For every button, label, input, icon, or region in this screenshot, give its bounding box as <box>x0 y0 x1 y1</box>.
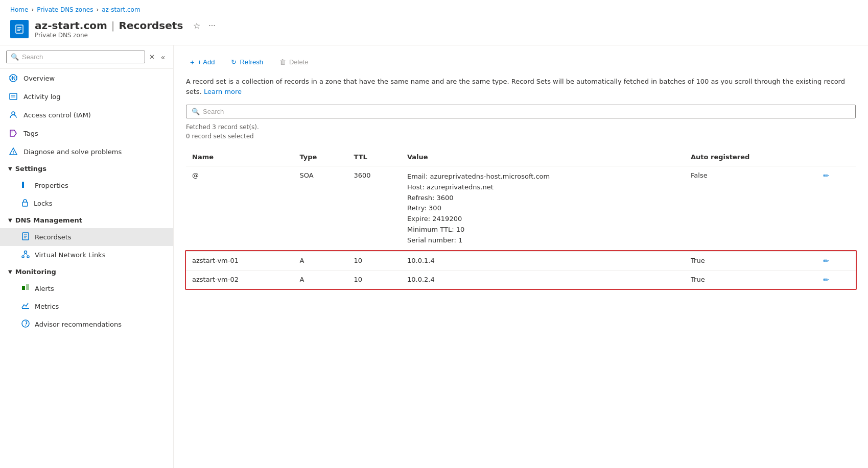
row-auto-registered: True <box>685 251 815 270</box>
sidebar-search-input[interactable] <box>22 53 140 61</box>
col-header-type: Type <box>293 148 347 166</box>
col-header-value: Value <box>401 148 685 166</box>
sidebar-item-diagnose[interactable]: Diagnose and solve problems <box>0 142 173 161</box>
row-auto-registered: False <box>685 166 815 252</box>
svg-line-25 <box>23 254 26 256</box>
access-control-icon <box>8 110 18 120</box>
sidebar-collapse-button[interactable]: « <box>159 52 167 62</box>
edit-icon[interactable]: ✏ <box>821 256 831 266</box>
row-value: 10.0.2.4 <box>401 270 685 289</box>
svg-line-26 <box>26 254 28 256</box>
alerts-icon <box>21 284 30 293</box>
col-header-ttl: TTL <box>347 148 401 166</box>
sidebar-item-locks[interactable]: Locks <box>0 194 173 212</box>
settings-section[interactable]: ▼ Settings <box>0 161 173 177</box>
breadcrumb-private-dns[interactable]: Private DNS zones <box>37 6 93 13</box>
row-value: 10.0.1.4 <box>401 251 685 270</box>
learn-more-link[interactable]: Learn more <box>204 88 242 95</box>
monitoring-section[interactable]: ▼ Monitoring <box>0 264 173 280</box>
sidebar-item-overview[interactable]: DNS Overview <box>0 69 173 87</box>
table-search-input[interactable] <box>203 108 850 115</box>
sidebar-item-recordsets[interactable]: Recordsets <box>0 228 173 246</box>
search-icon: 🔍 <box>11 53 19 61</box>
row-name: azstart-vm-01 <box>186 251 293 270</box>
tags-icon <box>8 128 18 138</box>
refresh-icon: ↻ <box>231 58 237 66</box>
recordsets-icon <box>21 232 30 242</box>
svg-point-30 <box>22 320 29 327</box>
row-ttl: 3600 <box>347 166 401 252</box>
row-value: Email: azureprivatedns-host.microsoft.co… <box>401 166 685 252</box>
table-search-bar: 🔍 <box>186 105 856 118</box>
monitoring-section-label: Monitoring <box>15 268 56 276</box>
edit-icon[interactable]: ✏ <box>821 170 831 181</box>
sidebar-label-activity-log: Activity log <box>24 93 61 101</box>
edit-icon[interactable]: ✏ <box>821 275 831 285</box>
delete-button[interactable]: 🗑 Delete <box>275 56 313 68</box>
sidebar-label-diagnose: Diagnose and solve problems <box>24 148 122 156</box>
page-subtitle: Private DNS zone <box>35 32 218 39</box>
col-header-name: Name <box>186 148 293 166</box>
sidebar-label-overview: Overview <box>24 75 55 82</box>
row-ttl: 10 <box>347 270 401 289</box>
svg-rect-28 <box>26 284 29 290</box>
breadcrumb-home[interactable]: Home <box>10 6 28 13</box>
table-row: azstart-vm-02 A 10 10.0.2.4 True ✏ <box>186 270 856 289</box>
svg-point-9 <box>12 112 15 115</box>
sidebar-label-recordsets: Recordsets <box>35 233 72 241</box>
svg-rect-27 <box>22 286 25 290</box>
sidebar-item-advisor[interactable]: Advisor recommendations <box>0 315 173 333</box>
sidebar-item-tags[interactable]: Tags <box>0 124 173 142</box>
table-search-icon: 🔍 <box>192 108 200 115</box>
diagnose-icon <box>8 146 18 157</box>
advisor-icon <box>21 319 30 329</box>
page-icon <box>10 20 29 38</box>
sidebar-label-virtual-network-links: Virtual Network Links <box>35 251 105 259</box>
dns-section-label: DNS Management <box>15 216 82 224</box>
svg-rect-29 <box>22 308 29 309</box>
activity-log-icon <box>8 91 18 102</box>
content-area: + + Add ↻ Refresh 🗑 Delete A record set … <box>174 45 868 468</box>
breadcrumb-current[interactable]: az-start.com <box>102 6 140 13</box>
more-options-button[interactable]: ··· <box>206 20 217 31</box>
row-edit[interactable]: ✏ <box>815 270 856 289</box>
row-edit[interactable]: ✏ <box>815 166 856 252</box>
sidebar-label-locks: Locks <box>34 200 52 207</box>
sidebar-item-properties[interactable]: Properties <box>0 177 173 194</box>
sidebar-item-metrics[interactable]: Metrics <box>0 298 173 315</box>
row-ttl: 10 <box>347 251 401 270</box>
sidebar-item-activity-log[interactable]: Activity log <box>0 87 173 106</box>
svg-point-11 <box>12 132 13 133</box>
refresh-button[interactable]: ↻ Refresh <box>227 56 267 68</box>
row-edit[interactable]: ✏ <box>815 251 856 270</box>
sidebar-label-access-control: Access control (IAM) <box>24 111 91 119</box>
properties-icon <box>21 181 30 190</box>
svg-point-31 <box>25 325 26 326</box>
col-header-auto-registered: Auto registered <box>685 148 815 166</box>
dns-management-section[interactable]: ▼ DNS Management <box>0 212 173 228</box>
sidebar-label-metrics: Metrics <box>35 303 59 310</box>
overview-icon: DNS <box>8 73 18 83</box>
breadcrumb: Home › Private DNS zones › az-start.com <box>0 0 868 15</box>
row-name: azstart-vm-02 <box>186 270 293 289</box>
favorite-button[interactable]: ☆ <box>191 20 202 32</box>
sidebar-item-virtual-network-links[interactable]: Virtual Network Links <box>0 246 173 264</box>
dns-chevron: ▼ <box>8 217 12 223</box>
monitoring-chevron: ▼ <box>8 269 12 275</box>
sidebar-item-alerts[interactable]: Alerts <box>0 280 173 298</box>
sidebar-item-access-control[interactable]: Access control (IAM) <box>0 106 173 124</box>
page-title: az-start.com | Recordsets ☆ ··· <box>35 19 218 32</box>
row-type: SOA <box>293 166 347 252</box>
page-header: az-start.com | Recordsets ☆ ··· Private … <box>0 15 868 45</box>
sidebar-label-alerts: Alerts <box>35 285 54 292</box>
fetched-status: Fetched 3 record set(s). <box>186 124 856 131</box>
metrics-icon <box>21 302 30 311</box>
sidebar-search-clear[interactable]: ✕ <box>148 53 156 61</box>
locks-icon <box>21 199 29 208</box>
svg-marker-10 <box>10 130 16 136</box>
row-auto-registered: True <box>685 270 815 289</box>
sidebar: 🔍 ✕ « DNS Overview Activity log Acces <box>0 45 174 468</box>
add-button[interactable]: + + Add <box>186 56 219 68</box>
table-row: @ SOA 3600 Email: azureprivatedns-host.m… <box>186 166 856 252</box>
settings-section-label: Settings <box>15 165 46 173</box>
